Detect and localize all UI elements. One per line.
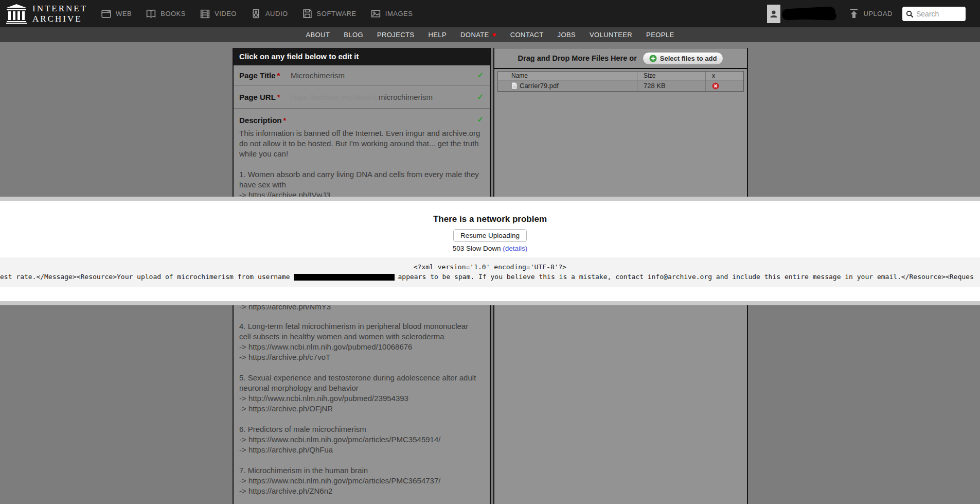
web-icon xyxy=(101,8,112,19)
subnav-contact[interactable]: CONTACT xyxy=(510,31,544,39)
subnav-donate-label: DONATE xyxy=(460,31,489,39)
page-url-prefix: https://archive.org/details/ xyxy=(291,93,379,101)
user-account-button[interactable] xyxy=(767,5,780,23)
error-status-line: 503 Slow Down (details) xyxy=(453,245,528,252)
page-url-identifier: microchimerism xyxy=(379,93,433,101)
xml-message-before: est rate.</Message><Resource>Your upload… xyxy=(0,273,290,281)
file-size: 728 KB xyxy=(637,80,705,91)
subnav-jobs[interactable]: JOBS xyxy=(557,31,576,39)
subnav-about[interactable]: ABOUT xyxy=(306,31,330,39)
clipped-link-line: -> https://archive.ph/NmY3 xyxy=(239,305,481,312)
nav-books[interactable]: BOOKS xyxy=(146,8,186,19)
subnav-donate[interactable]: DONATE ♥ xyxy=(460,31,496,39)
description-intro: This information is banned off the Inter… xyxy=(239,128,481,159)
page-title-label: Page Title* xyxy=(239,71,291,80)
redacted-username-scribble xyxy=(782,7,838,21)
xml-message-line: est rate.</Message><Resource>Your upload… xyxy=(0,272,980,282)
search-box xyxy=(902,7,966,21)
sub-navbar: ABOUT BLOG PROJECTS HELP DONATE ♥ CONTAC… xyxy=(0,27,980,42)
archive-temple-icon xyxy=(6,4,27,24)
remove-file-icon[interactable] xyxy=(712,82,719,90)
media-links: WEB BOOKS xyxy=(101,8,413,19)
drop-zone-header: Drag and Drop More Files Here or Select … xyxy=(494,48,747,68)
subnav-volunteer[interactable]: VOLUNTEER xyxy=(590,31,632,39)
column-name: Name xyxy=(498,72,637,79)
books-icon xyxy=(146,8,156,19)
description-item-5: 5. Sexual experience and testosterone du… xyxy=(239,373,481,414)
select-files-label: Select files to add xyxy=(660,55,717,62)
page-url-label: Page URL* xyxy=(239,93,291,101)
nav-software-label: SOFTWARE xyxy=(317,10,357,18)
upload-label: UPLOAD xyxy=(864,10,893,18)
nav-images[interactable]: IMAGES xyxy=(370,8,413,19)
nav-video[interactable]: VIDEO xyxy=(200,8,237,19)
panel-divider xyxy=(494,68,747,69)
description-item-4: 4. Long-term fetal microchimerism in per… xyxy=(239,321,481,362)
subnav-projects[interactable]: PROJECTS xyxy=(377,31,415,39)
page-url-value: https://archive.org/details/microchimeri… xyxy=(291,93,433,101)
drag-drop-text: Drag and Drop More Files Here or xyxy=(518,54,637,62)
error-xml-block: <?xml version='1.0' encoding='UTF-8'?> e… xyxy=(0,257,980,287)
nav-video-label: VIDEO xyxy=(215,10,237,18)
search-icon xyxy=(906,10,914,18)
upload-button[interactable]: UPLOAD xyxy=(849,9,893,19)
nav-books-label: BOOKS xyxy=(161,10,186,18)
upload-arrow-icon xyxy=(849,9,859,19)
description-lower-text: -> https://archive.ph/NmY3 4. Long-term … xyxy=(239,305,481,496)
description-label: Description* xyxy=(239,116,286,125)
file-page-icon xyxy=(511,82,518,90)
plus-circle-icon xyxy=(649,55,657,62)
nav-web-label: WEB xyxy=(116,10,132,18)
overlay-bottom-border xyxy=(0,301,980,305)
person-icon xyxy=(769,9,778,19)
column-remove: x xyxy=(705,72,743,80)
nav-audio-label: AUDIO xyxy=(265,10,288,18)
file-table: Name Size x Carrier79.pdf xyxy=(497,71,744,92)
error-title: There is a network problem xyxy=(433,214,547,224)
select-files-button[interactable]: Select files to add xyxy=(643,52,724,65)
subnav-blog[interactable]: BLOG xyxy=(344,31,363,39)
column-size: Size xyxy=(637,72,705,80)
heart-icon: ♥ xyxy=(492,31,496,38)
page: INTERNET ARCHIVE WEB xyxy=(0,0,980,504)
description-item-6: 6. Predictors of male microchimerism -> … xyxy=(239,424,481,455)
software-icon xyxy=(302,8,313,19)
subnav-people[interactable]: PEOPLE xyxy=(646,31,674,39)
required-asterisk: * xyxy=(277,71,280,80)
description-item-7: 7. Microchimerism in the human brain -> … xyxy=(239,465,481,496)
details-link[interactable]: (details) xyxy=(503,245,527,252)
xml-declaration-line: <?xml version='1.0' encoding='UTF-8'?> xyxy=(0,262,980,272)
nav-software[interactable]: SOFTWARE xyxy=(302,8,357,19)
file-row: Carrier79.pdf 728 KB xyxy=(498,80,743,91)
internet-archive-logo[interactable]: INTERNET ARCHIVE xyxy=(6,4,87,23)
description-item-1: 1. Women absorb and carry living DNA and… xyxy=(239,169,481,190)
nav-web[interactable]: WEB xyxy=(101,8,132,19)
file-table-header: Name Size x xyxy=(498,72,743,80)
nav-audio[interactable]: AUDIO xyxy=(251,8,288,19)
brand-text: INTERNET ARCHIVE xyxy=(32,4,87,23)
overlay-bottom-white xyxy=(0,287,980,301)
xml-message-after: appears to be spam. If you believe this … xyxy=(398,273,974,281)
page-title-field[interactable]: Page Title* Microchimerism ✓ xyxy=(234,65,490,85)
page-title-value: Microchimerism xyxy=(291,71,345,80)
audio-icon xyxy=(251,8,261,19)
video-icon xyxy=(200,8,210,19)
valid-check-icon: ✓ xyxy=(477,115,484,124)
valid-check-icon: ✓ xyxy=(477,92,484,101)
topnav-right: UPLOAD xyxy=(767,5,966,23)
file-name: Carrier79.pdf xyxy=(520,82,559,90)
images-icon xyxy=(370,8,381,19)
resume-uploading-button[interactable]: Resume Uploading xyxy=(453,229,527,242)
subnav-help[interactable]: HELP xyxy=(429,31,447,39)
page-url-field[interactable]: Page URL* https://archive.org/details/mi… xyxy=(234,85,490,109)
top-navbar: INTERNET ARCHIVE WEB xyxy=(0,0,980,27)
overlay-top-border xyxy=(0,197,980,201)
network-error-overlay: There is a network problem Resume Upload… xyxy=(0,197,980,305)
required-asterisk: * xyxy=(283,116,287,125)
editor-header: Click on any field below to edit it xyxy=(234,48,490,65)
description-field[interactable]: Description* ✓ This information is banne… xyxy=(234,109,490,200)
status-code-text: 503 Slow Down xyxy=(453,245,501,252)
valid-check-icon: ✓ xyxy=(477,71,484,80)
nav-images-label: IMAGES xyxy=(385,10,413,18)
required-asterisk: * xyxy=(277,93,280,101)
